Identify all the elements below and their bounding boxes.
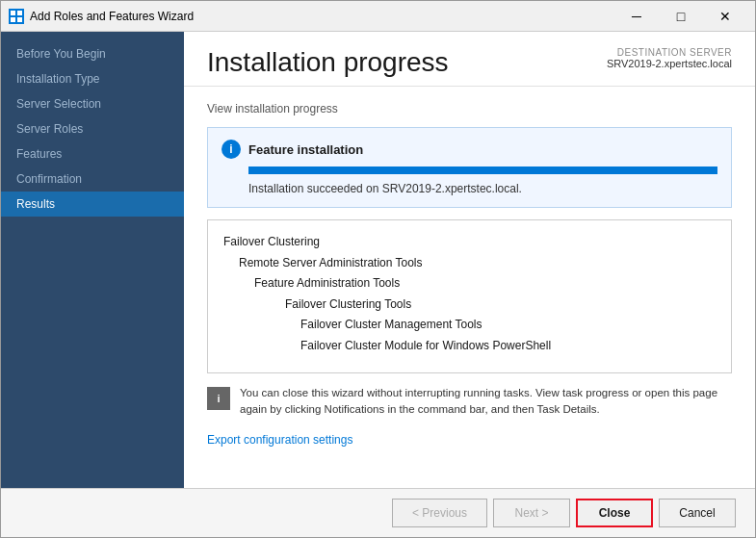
sidebar-item-installation-type[interactable]: Installation Type <box>1 66 184 91</box>
svg-rect-3 <box>17 17 22 22</box>
content-area: Installation progress DESTINATION SERVER… <box>184 32 755 488</box>
features-list-box: Failover ClusteringRemote Server Adminis… <box>207 219 732 373</box>
sidebar-item-confirmation[interactable]: Confirmation <box>1 167 184 192</box>
window-close-button[interactable]: ✕ <box>703 1 747 32</box>
svg-rect-1 <box>17 11 22 15</box>
sidebar-item-features[interactable]: Features <box>1 141 184 167</box>
destination-label: DESTINATION SERVER <box>607 47 732 58</box>
info-note: i You can close this wizard without inte… <box>207 385 732 419</box>
main-window: Add Roles and Features Wizard ─ □ ✕ Befo… <box>0 0 756 538</box>
feature-installation-title: Feature installation <box>248 142 363 157</box>
main-content: Before You BeginInstallation TypeServer … <box>1 32 755 488</box>
section-label: View installation progress <box>207 102 732 115</box>
info-note-icon: i <box>207 387 230 410</box>
info-note-text: You can close this wizard without interr… <box>240 385 732 419</box>
feature-item: Failover Clustering <box>223 232 716 253</box>
next-button[interactable]: Next > <box>493 499 570 527</box>
feature-item: Failover Clustering Tools <box>223 295 716 316</box>
sidebar-item-before-you-begin[interactable]: Before You Begin <box>1 41 184 66</box>
feature-item: Feature Administration Tools <box>223 273 716 295</box>
feature-item: Remote Server Administration Tools <box>223 253 716 274</box>
progress-bar-container <box>248 167 717 174</box>
feature-installation-header: i Feature installation <box>222 140 717 159</box>
feature-installation-box: i Feature installation Installation succ… <box>207 127 732 208</box>
minimize-button[interactable]: ─ <box>614 1 659 32</box>
success-text: Installation succeeded on SRV2019-2.xper… <box>248 182 717 195</box>
export-link[interactable]: Export configuration settings <box>207 433 352 447</box>
page-title: Installation progress <box>207 47 449 78</box>
info-icon: i <box>222 140 241 159</box>
progress-bar-fill <box>248 167 717 174</box>
maximize-button[interactable]: □ <box>659 1 703 32</box>
window-title: Add Roles and Features Wizard <box>30 10 614 23</box>
destination-value: SRV2019-2.xpertstec.local <box>607 58 732 69</box>
svg-rect-0 <box>11 11 15 15</box>
previous-button[interactable]: < Previous <box>392 499 487 527</box>
feature-item: Failover Cluster Management Tools <box>223 315 716 336</box>
feature-item: Failover Cluster Module for Windows Powe… <box>223 336 716 357</box>
svg-rect-2 <box>11 17 15 22</box>
title-bar: Add Roles and Features Wizard ─ □ ✕ <box>1 1 755 32</box>
close-button[interactable]: Close <box>576 499 653 527</box>
cancel-button[interactable]: Cancel <box>659 499 736 527</box>
footer: < Previous Next > Close Cancel <box>1 488 755 537</box>
sidebar-item-server-roles[interactable]: Server Roles <box>1 116 184 141</box>
app-icon <box>9 9 24 24</box>
window-controls: ─ □ ✕ <box>614 1 747 32</box>
sidebar-item-server-selection[interactable]: Server Selection <box>1 91 184 116</box>
page-header: Installation progress DESTINATION SERVER… <box>184 32 755 87</box>
sidebar-item-results[interactable]: Results <box>1 192 184 217</box>
sidebar: Before You BeginInstallation TypeServer … <box>1 32 184 488</box>
content-body: View installation progress i Feature ins… <box>184 87 755 488</box>
destination-server: DESTINATION SERVER SRV2019-2.xpertstec.l… <box>607 47 732 69</box>
